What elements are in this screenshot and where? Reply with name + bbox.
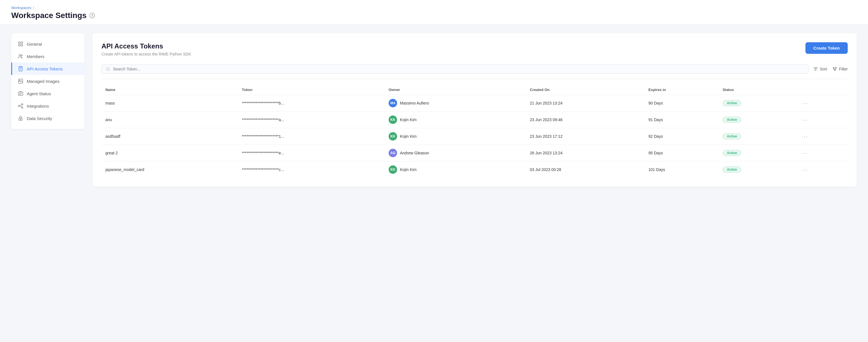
avatar: KK — [389, 116, 397, 124]
sidebar: General Members API Access Tokens Mana — [11, 33, 85, 129]
svg-rect-2 — [19, 44, 20, 46]
owner-name: Kojin Kim — [400, 118, 416, 122]
avatar: AG — [389, 149, 397, 157]
owner-name: Kojin Kim — [400, 134, 416, 138]
toolbar-actions: Sort Filter — [813, 66, 848, 71]
col-created-on: Created On — [526, 85, 645, 95]
cell-owner: AG Andrew Gleason — [385, 145, 526, 161]
cell-more[interactable]: ··· — [796, 161, 848, 178]
more-options-button[interactable]: ··· — [800, 116, 810, 124]
content-card: API Access Tokens Create API tokens to a… — [92, 33, 857, 187]
svg-point-8 — [20, 80, 20, 81]
more-options-button[interactable]: ··· — [800, 99, 810, 107]
table-row: japanese_model_card ********************… — [101, 161, 848, 178]
svg-point-14 — [20, 119, 21, 120]
page-title: Workspace Settings — [11, 11, 87, 20]
cell-more[interactable]: ··· — [796, 128, 848, 145]
sidebar-item-managed-images[interactable]: Managed Images — [11, 75, 85, 87]
cell-more[interactable]: ··· — [796, 95, 848, 112]
avatar: KK — [389, 165, 397, 174]
cell-status: Active — [719, 145, 796, 161]
table-header-row: Name Token Owner Created On Expires in S… — [101, 85, 848, 95]
breadcrumb-sep: / — [33, 6, 34, 10]
page-header: Workspaces / Workspace Settings ℹ — [0, 0, 868, 25]
security-icon — [18, 116, 23, 121]
cell-more[interactable]: ··· — [796, 112, 848, 128]
info-icon[interactable]: ℹ — [89, 13, 95, 18]
cell-token: ************************b... — [238, 95, 385, 112]
col-owner: Owner — [385, 85, 526, 95]
col-name: Name — [101, 85, 238, 95]
more-options-button[interactable]: ··· — [800, 149, 810, 157]
sidebar-item-api-access-tokens[interactable]: API Access Tokens — [11, 63, 85, 75]
table-row: great 2 ************************e... AG … — [101, 145, 848, 161]
svg-point-12 — [22, 107, 23, 108]
sidebar-item-data-security[interactable]: Data Security — [11, 112, 85, 125]
sidebar-item-agent-status[interactable]: Agent Status — [11, 87, 85, 100]
sidebar-item-members[interactable]: Members — [11, 50, 85, 63]
cell-status: Active — [719, 128, 796, 145]
cell-name: great 2 — [101, 145, 238, 161]
col-actions — [796, 85, 848, 95]
general-icon — [18, 41, 23, 47]
svg-point-11 — [22, 104, 23, 105]
sidebar-item-members-label: Members — [27, 54, 44, 59]
members-icon — [18, 54, 23, 59]
status-badge: Active — [722, 133, 741, 139]
cell-owner: KK Kojin Kim — [385, 128, 526, 145]
search-icon — [106, 67, 110, 71]
sidebar-item-general-label: General — [27, 42, 42, 46]
cell-token: ************************1... — [238, 128, 385, 145]
svg-point-4 — [19, 54, 21, 56]
cell-created-on: 23 Jun 2023 17:12 — [526, 128, 645, 145]
sidebar-item-data-security-label: Data Security — [27, 116, 52, 121]
content-title-block: API Access Tokens Create API tokens to a… — [101, 42, 191, 56]
breadcrumb-parent[interactable]: Workspaces — [11, 6, 31, 10]
sidebar-item-api-label: API Access Tokens — [27, 66, 63, 71]
sidebar-item-integrations[interactable]: Integrations — [11, 100, 85, 112]
cell-expires-in: 95 Days — [645, 145, 719, 161]
status-badge: Active — [722, 117, 741, 123]
owner-name: Andrew Gleason — [400, 151, 429, 155]
svg-rect-3 — [21, 44, 23, 46]
cell-created-on: 03 Jul 2023 00:28 — [526, 161, 645, 178]
cell-status: Active — [719, 95, 796, 112]
cell-created-on: 23 Jun 2023 09:46 — [526, 112, 645, 128]
cell-name: asdfsadf — [101, 128, 238, 145]
table-row: anu ************************a... KK Koji… — [101, 112, 848, 128]
toolbar: Sort Filter — [101, 64, 848, 79]
col-token: Token — [238, 85, 385, 95]
cell-status: Active — [719, 112, 796, 128]
svg-rect-0 — [19, 42, 20, 44]
cell-name: anu — [101, 112, 238, 128]
breadcrumb: Workspaces / — [11, 6, 857, 10]
more-options-button[interactable]: ··· — [800, 133, 810, 140]
create-token-button[interactable]: Create Token — [805, 42, 848, 54]
more-options-button[interactable]: ··· — [800, 166, 810, 174]
cell-status: Active — [719, 161, 796, 178]
sidebar-item-integrations-label: Integrations — [27, 104, 49, 108]
cell-more[interactable]: ··· — [796, 145, 848, 161]
sidebar-item-general[interactable]: General — [11, 38, 85, 50]
col-expires-in: Expires in — [645, 85, 719, 95]
cell-expires-in: 90 Days — [645, 95, 719, 112]
avatar: KK — [389, 132, 397, 141]
cell-expires-in: 92 Days — [645, 128, 719, 145]
cell-owner: KK Kojin Kim — [385, 112, 526, 128]
status-badge: Active — [722, 166, 741, 173]
table-row: asdfsadf ************************1... KK… — [101, 128, 848, 145]
token-table: Name Token Owner Created On Expires in S… — [101, 85, 848, 178]
svg-rect-6 — [19, 66, 22, 71]
main-layout: General Members API Access Tokens Mana — [0, 25, 868, 339]
cell-name: mass — [101, 95, 238, 112]
svg-rect-1 — [21, 42, 23, 44]
cell-token: ************************c... — [238, 161, 385, 178]
sort-icon — [813, 66, 818, 71]
sort-button[interactable]: Sort — [813, 66, 827, 71]
search-input[interactable] — [113, 67, 804, 71]
cell-owner: MA Massimo Aufiero — [385, 95, 526, 112]
col-status: Status — [719, 85, 796, 95]
filter-button[interactable]: Filter — [832, 66, 848, 71]
status-badge: Active — [722, 100, 741, 106]
cell-owner: KK Kojin Kim — [385, 161, 526, 178]
